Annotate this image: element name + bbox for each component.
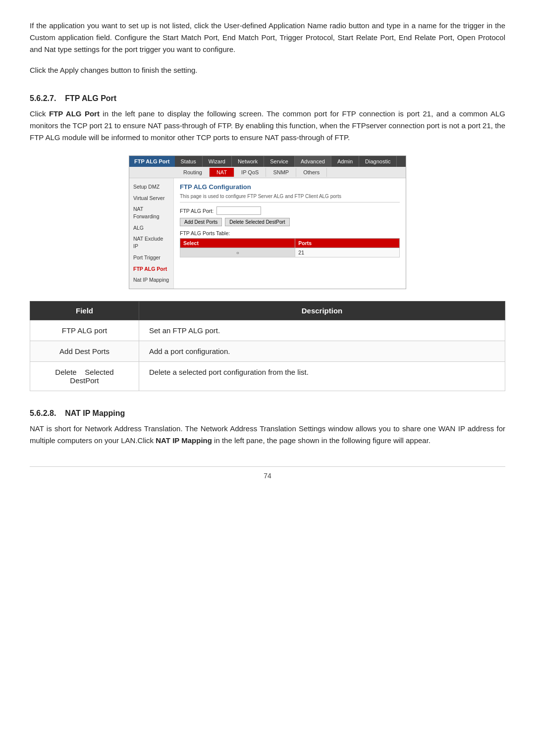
sidebar-item-nat-forwarding[interactable]: NAT Forwarding xyxy=(129,203,173,222)
router-nav-label: FTP ALG Port xyxy=(129,156,175,167)
delete-selected-destport-button[interactable]: Delete Selected DestPort xyxy=(225,218,289,226)
ftp-alg-ports-table-label: FTP ALG Ports Table: xyxy=(180,230,400,236)
nav-tab-network[interactable]: Network xyxy=(232,156,264,167)
desc-table-row-delete-selected: Delete SelectedDestPort Delete a selecte… xyxy=(30,361,505,391)
router-body: Setup DMZ Virtual Server NAT Forwarding … xyxy=(129,178,406,289)
field-ftp-alg-port: FTP ALG port xyxy=(30,320,139,341)
sidebar-item-nat-exclude-ip[interactable]: NAT Exclude IP xyxy=(129,233,173,252)
section-563-body: NAT is short for Network Address Transla… xyxy=(30,423,505,447)
sub-tab-nat[interactable]: NAT xyxy=(210,168,234,177)
sidebar-item-alg[interactable]: ALG xyxy=(129,222,173,234)
sidebar-item-ftp-alg-port[interactable]: FTP ALG Port xyxy=(129,263,173,275)
router-nav-tabs: Status Wizard Network Service Advanced A… xyxy=(175,156,406,167)
router-subnav: Routing NAT IP QoS SNMP Others xyxy=(129,167,406,178)
table-cell-select[interactable]: ○ xyxy=(180,248,295,257)
router-main-desc: This page is used to configure FTP Serve… xyxy=(180,194,400,202)
ftp-alg-port-row: FTP ALG Port: xyxy=(180,206,400,215)
field-add-dest-ports: Add Dest Ports xyxy=(30,341,139,361)
page-number: 74 xyxy=(264,472,271,480)
ftp-alg-ports-table: Select Ports ○ 21 xyxy=(180,238,400,257)
table-row: ○ 21 xyxy=(180,248,400,257)
button-row: Add Dest Ports Delete Selected DestPort xyxy=(180,218,400,226)
intro-paragraph-2: Click the Apply changes button to finish… xyxy=(30,64,505,76)
ftp-alg-port-bold: FTP ALG Port xyxy=(49,109,100,118)
router-main-content: FTP ALG Configuration This page is used … xyxy=(174,178,406,289)
desc-table-header-field: Field xyxy=(30,301,139,320)
sidebar-item-port-trigger[interactable]: Port Trigger xyxy=(129,252,173,263)
desc-delete-selected-destport: Delete a selected port configuration fro… xyxy=(139,361,505,391)
desc-table-row-ftp-alg-port: FTP ALG port Set an FTP ALG port. xyxy=(30,320,505,341)
section-562-body: Click FTP ALG Port in the left pane to d… xyxy=(30,108,505,144)
nat-ip-mapping-bold: NAT IP Mapping xyxy=(156,436,212,445)
section-title: FTP ALG Port xyxy=(65,94,116,102)
router-nav-bar: FTP ALG Port Status Wizard Network Servi… xyxy=(129,156,406,167)
section-563-heading: 5.6.2.8. NAT IP Mapping xyxy=(30,409,505,418)
desc-table-row-add-dest-ports: Add Dest Ports Add a port configuration. xyxy=(30,341,505,361)
table-header-ports: Ports xyxy=(295,239,400,248)
field-delete-selected-destport: Delete SelectedDestPort xyxy=(30,361,139,391)
nav-tab-advanced[interactable]: Advanced xyxy=(295,156,331,167)
sub-tab-routing[interactable]: Routing xyxy=(176,168,210,177)
section-562-heading: 5.6.2.7. FTP ALG Port xyxy=(30,94,505,103)
table-header-select: Select xyxy=(180,239,295,248)
nav-tab-wizard[interactable]: Wizard xyxy=(203,156,232,167)
sidebar-item-virtual-server[interactable]: Virtual Server xyxy=(129,193,173,204)
field-description-table: Field Description FTP ALG port Set an FT… xyxy=(30,301,505,391)
desc-ftp-alg-port: Set an FTP ALG port. xyxy=(139,320,505,341)
nav-tab-service[interactable]: Service xyxy=(264,156,295,167)
add-dest-ports-button[interactable]: Add Dest Ports xyxy=(180,218,222,226)
nav-tab-diagnostic[interactable]: Diagnostic xyxy=(359,156,397,167)
sidebar-item-nat-ip-mapping[interactable]: Nat IP Mapping xyxy=(129,274,173,286)
sub-tab-snmp[interactable]: SNMP xyxy=(266,168,296,177)
page-footer: 74 xyxy=(30,466,505,480)
ftp-alg-port-input[interactable] xyxy=(216,206,261,215)
sub-tab-others[interactable]: Others xyxy=(296,168,327,177)
router-ui-screenshot: FTP ALG Port Status Wizard Network Servi… xyxy=(129,155,406,289)
desc-add-dest-ports: Add a port configuration. xyxy=(139,341,505,361)
router-main-title: FTP ALG Configuration xyxy=(180,183,400,191)
router-sidebar: Setup DMZ Virtual Server NAT Forwarding … xyxy=(129,178,174,289)
nav-tab-status[interactable]: Status xyxy=(175,156,203,167)
section-563-title: NAT IP Mapping xyxy=(65,409,125,417)
nav-tab-admin[interactable]: Admin xyxy=(331,156,359,167)
intro-paragraph-1: If the application you want to set up is… xyxy=(30,20,505,55)
table-cell-ports: 21 xyxy=(295,248,400,257)
section-number: 5.6.2.7. xyxy=(30,94,56,102)
section-563-number: 5.6.2.8. xyxy=(30,409,56,417)
desc-table-header-description: Description xyxy=(139,301,505,320)
ftp-alg-port-label: FTP ALG Port: xyxy=(180,208,214,214)
sub-tab-ipqos[interactable]: IP QoS xyxy=(234,168,266,177)
sidebar-item-setup-dmz[interactable]: Setup DMZ xyxy=(129,181,173,193)
